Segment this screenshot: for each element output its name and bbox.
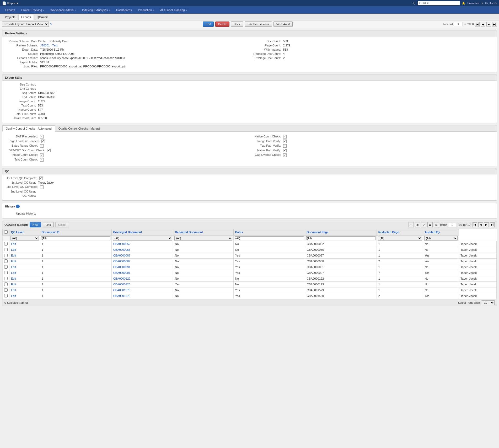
edit-link[interactable]: Edit	[11, 289, 16, 292]
es-native-count-label: Native Count:	[7, 108, 38, 111]
qc-tab-manual[interactable]: Quality Control Checks - Manual	[55, 125, 103, 131]
sub-tab-projects[interactable]: Projects	[2, 14, 18, 20]
doc-id-link[interactable]: CBA0001579	[113, 289, 130, 292]
audit-columns-btn[interactable]: ☰	[427, 222, 433, 227]
record-prev-btn[interactable]: ◀	[481, 22, 485, 26]
audit-grid-btn[interactable]: ⊞	[415, 222, 420, 227]
qcaudit-new-btn[interactable]: New	[30, 222, 41, 227]
nav-dashboards[interactable]: Dashboards	[113, 7, 135, 13]
edit-link[interactable]: Edit	[11, 265, 16, 269]
edit-link[interactable]: Edit	[11, 248, 16, 251]
doc-id-link[interactable]: CBA0000052	[113, 242, 130, 246]
qc-notes-label: QC Notes:	[7, 194, 38, 197]
doc-id-link[interactable]: CBA0000055	[113, 248, 130, 251]
nav-production[interactable]: Production ▾	[135, 7, 157, 13]
qc-tab-automated[interactable]: Quality Control Checks - Automated	[2, 125, 55, 132]
row-checkbox[interactable]	[4, 288, 8, 292]
edit-link[interactable]: Edit	[11, 254, 16, 257]
edit-link[interactable]: Edit	[11, 271, 16, 274]
favorites-label[interactable]: Favorites	[468, 2, 479, 5]
sub-tab-qcaudit[interactable]: QCAudit	[34, 14, 51, 20]
history-info-icon[interactable]: ?	[16, 205, 20, 208]
record-first-btn[interactable]: |◀	[475, 22, 480, 26]
qc-bates-range-cb	[40, 144, 248, 148]
audit-filter-btn[interactable]: ▽	[421, 222, 426, 227]
nav-acs-user-tracking[interactable]: ACS User Tracking ▾	[157, 7, 190, 13]
audit-view-btn[interactable]: ⊟	[434, 222, 439, 227]
audit-first-btn[interactable]: |◀	[473, 222, 477, 227]
th-audited-by[interactable]: Audited By	[423, 229, 459, 235]
nav-exports[interactable]: Exports	[2, 7, 18, 13]
layout-select[interactable]: Exports Layout Compact View	[2, 22, 49, 27]
qcaudit-link-btn[interactable]: Link	[43, 222, 54, 227]
select-all-checkbox[interactable]	[4, 230, 8, 234]
doc-id-link[interactable]: CBA0000087	[113, 254, 130, 257]
filter-redacted-page-select[interactable]: (All)	[378, 236, 422, 241]
qc-native-count-checkbox	[283, 135, 287, 138]
audit-last-btn[interactable]: ▶|	[490, 222, 495, 227]
audit-next-btn[interactable]: ▶	[484, 222, 489, 227]
th-redacted-page[interactable]: Redacted Page	[377, 229, 423, 235]
row-checkbox[interactable]	[4, 254, 8, 257]
nav-project-tracking[interactable]: Project Tracking ▾	[18, 7, 47, 13]
audit-prev-btn[interactable]: ◀	[478, 222, 483, 227]
doc-id-link[interactable]: CBA0000122	[113, 277, 130, 280]
qc-text-path-checkbox	[283, 144, 287, 148]
row-checkbox[interactable]	[4, 282, 8, 286]
doc-id-link[interactable]: CBA0000091	[113, 271, 130, 274]
view-audit-button[interactable]: View Audit	[273, 22, 293, 27]
edit-permissions-button[interactable]: Edit Permissions	[245, 22, 272, 27]
nav-indexing-analytics[interactable]: Indexing & Analytics ▾	[79, 7, 113, 13]
rs-schema-link[interactable]: JT0001 - Test	[40, 44, 57, 47]
doc-id-link[interactable]: CBA0001579	[113, 294, 130, 297]
th-qc-level[interactable]: QC Level	[9, 229, 40, 235]
nav-workspace-admin[interactable]: Workspace Admin ▾	[47, 7, 79, 13]
th-redacted-document[interactable]: Redacted Document	[173, 229, 234, 235]
qc-native-count-row: Native Count Check:	[252, 135, 491, 138]
layout-edit-icon[interactable]: ✎	[50, 23, 52, 26]
audit-expand-btn[interactable]: ↔	[409, 222, 414, 227]
edit-link[interactable]: Edit	[11, 294, 16, 297]
record-last-btn[interactable]: ▶|	[492, 22, 497, 26]
row-checkbox[interactable]	[4, 277, 8, 280]
row-checkbox[interactable]	[4, 271, 8, 274]
page-size-select[interactable]: 10 25 50 100 250	[482, 300, 495, 305]
qcaudit-unlink-btn[interactable]: Unlink	[55, 222, 69, 227]
filter-redacted-select[interactable]: (All)	[174, 236, 232, 241]
edit-link[interactable]: Edit	[11, 283, 16, 286]
delete-button[interactable]: Delete	[215, 22, 229, 27]
sub-tab-exports[interactable]: Exports	[18, 14, 34, 20]
filter-bates-input[interactable]	[235, 236, 304, 240]
doc-id-link[interactable]: CBA0000091	[113, 265, 130, 269]
record-next-btn[interactable]: ▶	[486, 22, 491, 26]
back-button[interactable]: Back	[231, 22, 243, 27]
filter-doc-page-input[interactable]	[306, 236, 375, 240]
filter-document-id-input[interactable]	[41, 236, 110, 240]
row-checkbox[interactable]	[4, 259, 8, 263]
es-end-control-label: End Control:	[7, 87, 38, 90]
th-privileged-document[interactable]: Privileged Document	[111, 229, 173, 235]
doc-id-link[interactable]: CBA0000123	[113, 283, 130, 286]
filter-privileged-select[interactable]: (All)	[113, 236, 172, 241]
th-document-page[interactable]: Document Page	[305, 229, 377, 235]
edit-link[interactable]: Edit	[11, 242, 16, 246]
row-checkbox[interactable]	[4, 265, 8, 269]
qc-checks-panel: Quality Control Checks - Automated Quali…	[2, 125, 497, 166]
rs-source-label: Source:	[9, 52, 40, 55]
row-checkbox[interactable]	[4, 242, 8, 246]
edit-link[interactable]: Edit	[11, 260, 16, 263]
edit-button[interactable]: Edit	[203, 22, 214, 27]
filter-qc-level-select[interactable]: (All)	[10, 236, 39, 241]
doc-id-link[interactable]: CBA0000087	[113, 260, 130, 263]
qc-checks-grid: DAT File Loaded: Page Load File Loaded: …	[7, 134, 492, 164]
th-document-id[interactable]: Document ID	[40, 229, 111, 235]
edit-link[interactable]: Edit	[11, 277, 16, 280]
audit-page-start-input[interactable]	[448, 223, 456, 227]
row-checkbox[interactable]	[4, 248, 8, 251]
th-bates[interactable]: Bates	[233, 229, 305, 235]
row-checkbox[interactable]	[4, 294, 8, 297]
row-redacted-page: Yes	[423, 253, 459, 258]
record-input[interactable]	[454, 22, 463, 26]
search-input[interactable]	[418, 1, 460, 5]
filter-audited-by-select[interactable]: (All)	[424, 236, 458, 241]
